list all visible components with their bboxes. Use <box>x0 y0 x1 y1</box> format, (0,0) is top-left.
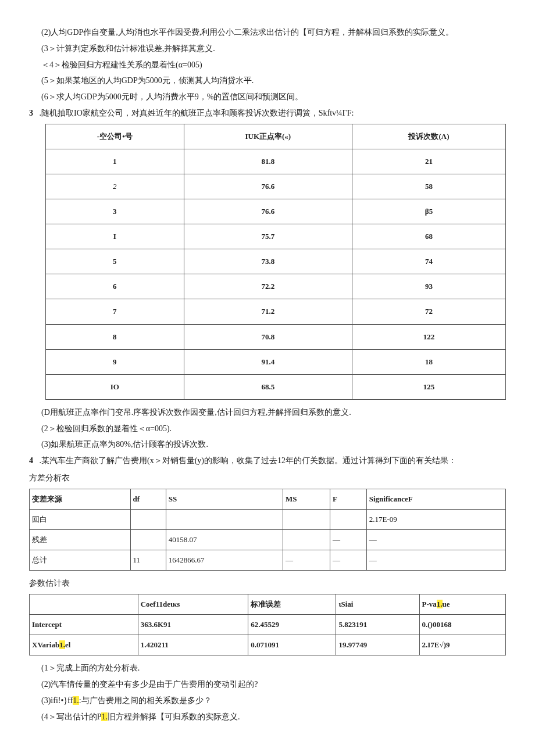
q3-2: (2＞检验回归系数的显着性＜α=005). <box>29 422 506 436</box>
t1-cell: 81.8 <box>184 149 352 174</box>
t2-cell: — <box>283 550 330 571</box>
t1-cell: 76.6 <box>184 174 352 199</box>
q2-2: (2)人均GDP作自变量,人均消也水平作因受费,利用公小二乘法求出估计的【可归方… <box>29 26 506 40</box>
q2-5: (5＞如果某地区的人均GDP为5000元，侦测其人均消贷水平. <box>29 74 506 88</box>
t2-cell: — <box>366 550 505 571</box>
t3-cell: 19.97749 <box>336 635 419 655</box>
t1-cell: 93 <box>352 274 505 299</box>
t3-cell: 5.823191 <box>336 615 419 635</box>
t1-cell: 125 <box>352 374 505 399</box>
t1-cell: 5 <box>46 249 184 274</box>
table-row: 3 76.6 β5 <box>46 199 506 224</box>
highlight: 1. <box>437 600 443 608</box>
q3-stem-line: 3 .随机抽取IO家航空公司，对真姓近年的航班正点率和顾客投诉次数进行调簧，Sk… <box>29 106 506 120</box>
t1-cell: 2 <box>46 174 184 199</box>
t2-cell: 残差 <box>30 529 131 550</box>
t3-cell: 363.6K91 <box>138 615 248 635</box>
t2-cell: 11 <box>130 550 166 571</box>
t1-cell: 76.6 <box>184 199 352 224</box>
t1-cell: 6 <box>46 274 184 299</box>
q4-stem-text: .某汽车生产商欲了解广告费用(x＞对销售量(y)的影响，收集了过去12年的仃关数… <box>40 456 457 465</box>
t3-cell: 0.071091 <box>248 635 336 655</box>
table-row: XVariab1.el 1.420211 0.071091 19.97749 2… <box>30 635 506 655</box>
t3-cell: 1.420211 <box>138 635 248 655</box>
t2-cell <box>283 509 330 529</box>
t2-cell: — <box>366 529 505 550</box>
q4-2: (2)汽车情传量的变差中有多少是由于广告费用的变动引起的? <box>29 678 506 691</box>
t1-cell: 75.7 <box>184 224 352 249</box>
t1-cell: 122 <box>352 324 505 349</box>
table-row: 5 73.8 74 <box>46 249 506 274</box>
t3-cell: 62.45529 <box>248 615 336 635</box>
q4-stem-line: 4 .某汽车生产商欲了解广告费用(x＞对销售量(y)的影响，收集了过去12年的仃… <box>29 454 506 468</box>
t2-cell: 1642866.67 <box>166 550 283 571</box>
t1-h3: 投诉次数(Λ) <box>352 124 505 149</box>
t2-cell: 总计 <box>30 550 131 571</box>
q4-1: (1＞完成上面的方处分析表. <box>29 661 506 675</box>
t1-cell: 7 <box>46 299 184 324</box>
table-row: 总计 11 1642866.67 — — — <box>30 550 506 571</box>
highlight: 1. <box>59 640 65 649</box>
anova-label: 方差分析衣 <box>29 471 506 485</box>
q2-3: (3＞计算判定系数和估计标准误差,并解择其意义. <box>29 42 506 56</box>
t2-cell: — <box>330 550 367 571</box>
t3-cell: 2.I7E√)9 <box>419 635 505 655</box>
anova-table: 变差来源 df SS MS F SignificanceF 回白 2.17E-0… <box>29 489 506 571</box>
q2-6: (6＞求人均GDP为5000元时，人均消费水平9，%的置信区间和预测区间。 <box>29 90 506 104</box>
t2-h6: SignificanceF <box>366 489 505 509</box>
table-row: 9 91.4 18 <box>46 349 506 374</box>
table-row: 8 70.8 122 <box>46 324 506 349</box>
t1-cell: 72 <box>352 299 505 324</box>
t1-cell: I <box>46 224 184 249</box>
t2-cell: — <box>330 529 367 550</box>
table-row: 7 71.2 72 <box>46 299 506 324</box>
t2-cell: 回白 <box>30 509 131 529</box>
table-row: 2 76.6 58 <box>46 174 506 199</box>
t1-cell: 68 <box>352 224 505 249</box>
q3-3: (3)如果航班正点率为80%,估计顾客的投诉次数. <box>29 438 506 452</box>
t1-cell: 58 <box>352 174 505 199</box>
t1-cell: 1 <box>46 149 184 174</box>
param-estimates-table: Coef11deικs 标准误差 ιSiai P-va1.ue Intercep… <box>29 594 506 655</box>
t1-cell: IO <box>46 374 184 399</box>
t1-cell: 18 <box>352 349 505 374</box>
t1-cell: 9 <box>46 349 184 374</box>
highlight: 1. <box>101 712 108 721</box>
t3-h5: P-va1.ue <box>419 594 505 614</box>
t1-cell: 74 <box>352 249 505 274</box>
t2-h2: df <box>130 489 166 509</box>
t1-cell: 73.8 <box>184 249 352 274</box>
t1-cell: 21 <box>352 149 505 174</box>
table-row: 回白 2.17E-09 <box>30 509 506 529</box>
t2-cell <box>130 509 166 529</box>
t2-cell <box>283 529 330 550</box>
t2-cell <box>130 529 166 550</box>
t3-cell: Intercept <box>30 615 138 635</box>
t1-cell: 71.2 <box>184 299 352 324</box>
highlight: 1. <box>73 696 79 705</box>
t1-h2: IUK正点率(«) <box>184 124 352 149</box>
t1-cell: β5 <box>352 199 505 224</box>
t1-cell: 72.2 <box>184 274 352 299</box>
t1-h1: -空公司•号 <box>46 124 184 149</box>
table-row: 6 72.2 93 <box>46 274 506 299</box>
q4-3: (3)ifi!•}ff1.:与广告费用之间的相关系数是多少？ <box>29 694 506 708</box>
q3-1: (D用航班正点率作门变吊.序客投诉次数作因变量,估计回归方程,并解择回归系数的意… <box>29 406 506 420</box>
t3-h3: 标准误差 <box>248 594 336 614</box>
param-label: 参数估计表 <box>29 576 506 590</box>
t2-h4: MS <box>283 489 330 509</box>
t1-cell: 70.8 <box>184 324 352 349</box>
airline-data-table: -空公司•号 IUK正点率(«) 投诉次数(Λ) 1 81.8 21 2 76.… <box>45 124 506 400</box>
t3-h4: ιSiai <box>336 594 419 614</box>
t1-cell: 91.4 <box>184 349 352 374</box>
t1-cell: 8 <box>46 324 184 349</box>
q4-4: (4＞写出估计的P1.旧方程并解择【可归系数的实际意义. <box>29 710 506 724</box>
t1-cell: 68.5 <box>184 374 352 399</box>
t2-cell <box>330 509 367 529</box>
t2-h3: SS <box>166 489 283 509</box>
t2-cell <box>166 509 283 529</box>
q3-number: 3 <box>29 109 33 117</box>
t2-cell: 40158.07 <box>166 529 283 550</box>
t1-cell: 3 <box>46 199 184 224</box>
t3-h1 <box>30 594 138 614</box>
